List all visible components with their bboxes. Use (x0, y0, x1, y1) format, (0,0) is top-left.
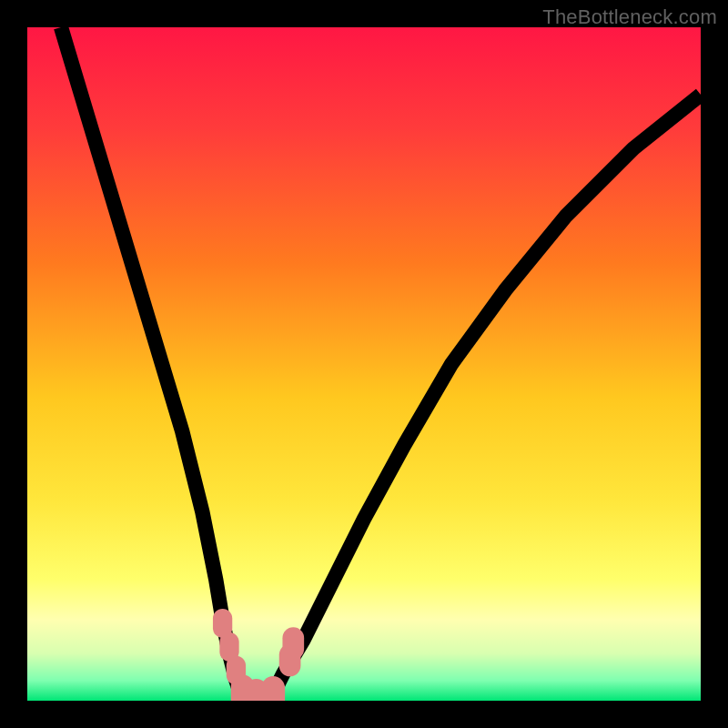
watermark-text: TheBottleneck.com (542, 5, 717, 29)
curve-left-branch (61, 27, 243, 701)
curve-right-branch (269, 95, 701, 701)
chart-frame: TheBottleneck.com (0, 0, 728, 728)
marker-group (213, 609, 304, 701)
bottleneck-marker (261, 676, 285, 701)
bottleneck-marker (282, 627, 304, 660)
plot-area (27, 27, 701, 701)
curves-layer (27, 27, 701, 701)
